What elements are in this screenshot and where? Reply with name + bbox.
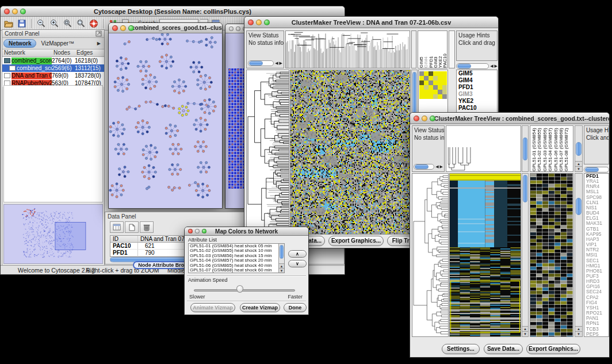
gene-label[interactable]: GIM3 [457,91,497,98]
close-button[interactable] [248,20,254,25]
network-tree-row[interactable]: combined_sco 2569(6) 13112(15) [2,64,104,72]
network-tree-row[interactable]: DNA and Tran 07 769(0) 183728(0) [2,72,104,79]
minimize-button[interactable] [120,25,126,31]
zoom-in-icon[interactable] [48,18,60,29]
export-graphics-button[interactable]: Export Graphics... [328,236,384,246]
zoom-button[interactable] [20,9,26,14]
network-canvas-area[interactable] [109,33,222,208]
minimize-button[interactable] [256,20,262,25]
scroll-down-arrow[interactable]: ▼ [279,268,284,273]
dendrogram-vscrollbar[interactable] [522,125,529,172]
row-dendrogram-panel[interactable] [412,173,449,337]
scrollbar-thumb[interactable] [576,142,582,156]
delete-attribute-trash-icon[interactable] [140,221,154,233]
gene-list-vscrollbar[interactable]: ▲ ▼ [575,173,583,337]
move-down-button[interactable]: ∨ [288,260,307,267]
network-overview-canvas[interactable] [4,205,102,263]
usage-hints-scrollbar[interactable]: ◀ ▶ [456,62,498,70]
column-labels-panel[interactable]: GPL51-01 (GSM854)GPL51-02 (GSM855)GPL51-… [530,125,573,172]
save-data-button[interactable]: Save Data... [484,344,523,354]
treeview2-titlebar[interactable]: ClusterMaker TreeView : combined_scores_… [410,113,609,124]
scroll-down-arrow[interactable]: ▼ [575,166,582,171]
network-view-titlebar[interactable]: combined_scores_good.txt--cluste... [109,23,222,33]
heatmap-canvas[interactable] [290,70,410,234]
network-graph-canvas[interactable] [109,33,222,208]
zoom-button[interactable] [128,25,134,31]
row-dendrogram-canvas[interactable] [412,174,448,336]
move-up-button[interactable]: ∧ [288,250,307,258]
zoom-button[interactable] [430,116,435,121]
done-button[interactable]: Done [284,303,307,312]
column-label[interactable]: GPL51-08 (GSM872) [564,125,569,171]
open-file-button[interactable] [3,18,14,29]
scroll-up-arrow[interactable]: ▲ [522,326,528,331]
gene-label[interactable]: PAC10 [457,105,497,112]
scroll-up-arrow[interactable]: ▲ [575,326,582,331]
settings-button[interactable]: Settings... [442,344,480,354]
tab-vizmapper[interactable]: VizMapper™ [36,40,79,47]
save-button[interactable] [16,18,28,29]
close-button[interactable] [414,116,419,121]
minimize-button[interactable] [422,116,427,121]
zoom-out-icon[interactable] [35,18,47,29]
column-label[interactable]: GPL51-02 (GSM855) [537,125,542,171]
minimize-button[interactable] [12,9,18,14]
treeview1-titlebar[interactable]: ClusterMaker TreeView : DNA and Tran 07-… [244,17,498,28]
selected-cluster-heatmap-panel[interactable] [530,173,573,337]
close-button[interactable] [229,26,234,31]
scroll-up-arrow[interactable]: ▲ [575,161,582,166]
network-tree-row[interactable]: combined_scores 2764(0) 16218(0) [2,57,104,64]
zoom-button[interactable] [202,229,206,233]
scrollbar-thumb[interactable] [280,245,284,259]
heatmap-vscrollbar[interactable]: ▲ ▼ [522,173,529,337]
row-dendrogram-canvas[interactable] [247,70,289,234]
tabs-more-arrow[interactable]: ▶ [97,41,103,46]
column-dendrogram-canvas[interactable] [286,31,410,68]
column-dendrogram-panel[interactable] [285,30,410,68]
attribute-item[interactable]: GPL51-07 (GSM868) heat shock 60 min [189,268,284,273]
correlation-matrix-canvas[interactable] [419,71,447,99]
export-graphics-button[interactable]: Export Graphics... [526,344,580,354]
minimize-button[interactable] [236,26,240,31]
main-titlebar[interactable]: Cytoscape Desktop (Session Name: collins… [1,6,345,17]
selected-cluster-heatmap-canvas[interactable] [530,174,573,336]
animate-vizmap-button[interactable]: Animate Vizmap [190,303,235,312]
scrollbar-thumb[interactable] [523,175,527,202]
column-label[interactable]: GPL51-04 (GSM857) [548,125,553,171]
gene-label[interactable]: GIM4 [457,77,497,84]
row-dendrogram-panel[interactable] [246,70,289,235]
animation-speed-slider-thumb[interactable] [236,285,243,293]
heatmap-panel[interactable] [290,70,411,235]
animation-speed-slider-track[interactable] [194,289,295,292]
attribute-select-icon[interactable] [110,221,124,233]
zoom-button[interactable] [264,20,270,25]
labels-vscrollbar[interactable]: ▲ ▼ [575,125,583,172]
zoom-selected-icon[interactable] [75,18,86,29]
scroll-down-arrow[interactable]: ▼ [575,331,582,336]
usage-hints-scrollbar[interactable] [584,166,609,173]
column-dendrogram-panel[interactable] [446,125,521,172]
new-attribute-icon[interactable] [125,221,139,233]
scroll-down-arrow[interactable]: ▼ [522,331,528,336]
column-label[interactable]: PAC10 [443,30,447,68]
scrollbar-thumb[interactable] [576,198,582,215]
attribute-list-scrollbar[interactable]: ▲ ▼ [278,244,284,273]
dialog-titlebar[interactable]: Map Colors to Network [185,227,308,236]
gene-label[interactable]: GIM5 [457,70,497,77]
view-status-scrollbar[interactable]: ◀ ▶ [414,163,443,170]
heatmap-panel[interactable] [449,173,521,337]
network-overview-panel[interactable] [3,204,103,264]
close-button[interactable] [188,229,193,233]
column-labels-panel[interactable]: GIM5GIM4PFD1GIM3YKE2PAC10 [418,30,447,68]
float-panel-icon[interactable] [95,30,102,37]
dendrogram-splitter[interactable] [411,30,416,68]
tab-network[interactable]: Network [3,39,36,48]
column-dendrogram-canvas[interactable] [446,126,521,171]
view-status-scrollbar[interactable]: ◀ ▶ [248,59,282,67]
column-label[interactable]: GPL51-01 (GSM854) [531,125,537,171]
create-vizmap-button[interactable]: Create Vizmap [240,303,280,312]
close-button[interactable] [4,9,10,14]
heatmap-canvas[interactable] [450,174,521,336]
gene-label[interactable]: YKE2 [457,98,497,105]
column-label[interactable]: GPL51-03 (GSM856) [542,125,548,171]
